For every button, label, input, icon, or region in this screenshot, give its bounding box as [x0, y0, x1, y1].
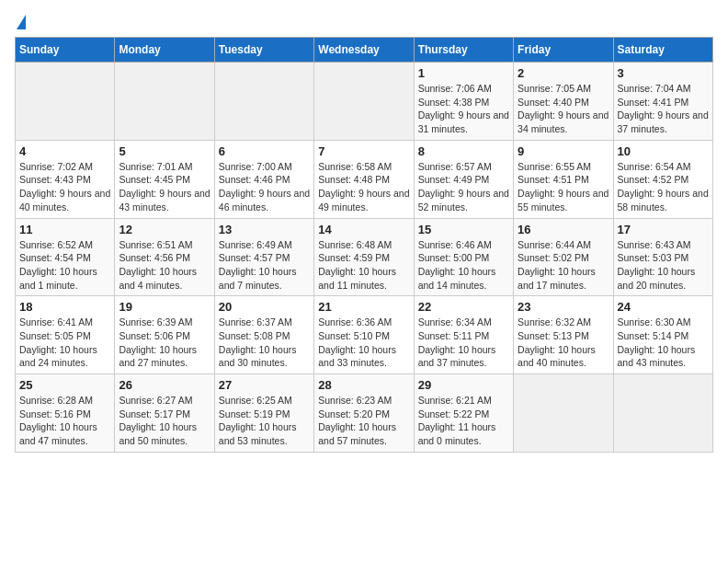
day-number: 22 — [418, 300, 509, 314]
calendar-cell: 24Sunrise: 6:30 AMSunset: 5:14 PMDayligh… — [613, 296, 712, 374]
day-info: Sunrise: 6:34 AMSunset: 5:11 PMDaylight:… — [418, 316, 509, 370]
calendar-cell: 23Sunrise: 6:32 AMSunset: 5:13 PMDayligh… — [514, 296, 613, 374]
calendar-cell — [514, 374, 613, 453]
page-header — [15, 15, 713, 29]
day-number: 25 — [19, 378, 110, 392]
calendar-cell: 19Sunrise: 6:39 AMSunset: 5:06 PMDayligh… — [115, 296, 214, 374]
day-number: 6 — [219, 144, 310, 158]
day-number: 15 — [418, 223, 509, 236]
day-number: 1 — [418, 66, 509, 80]
day-info: Sunrise: 7:01 AMSunset: 4:45 PMDaylight:… — [119, 160, 210, 214]
day-info: Sunrise: 6:49 AMSunset: 4:57 PMDaylight:… — [219, 238, 310, 293]
day-info: Sunrise: 6:54 AMSunset: 4:52 PMDaylight:… — [618, 160, 709, 214]
day-info: Sunrise: 6:57 AMSunset: 4:49 PMDaylight:… — [418, 160, 509, 214]
calendar-cell: 15Sunrise: 6:46 AMSunset: 5:00 PMDayligh… — [414, 218, 513, 296]
calendar-cell: 18Sunrise: 6:41 AMSunset: 5:05 PMDayligh… — [16, 296, 115, 374]
weekday-header: Sunday — [16, 38, 115, 63]
calendar-cell: 12Sunrise: 6:51 AMSunset: 4:56 PMDayligh… — [115, 218, 214, 296]
weekday-header: Saturday — [613, 38, 712, 63]
day-info: Sunrise: 6:23 AMSunset: 5:20 PMDaylight:… — [318, 394, 409, 448]
day-number: 11 — [19, 223, 110, 236]
calendar-cell: 3Sunrise: 7:04 AMSunset: 4:41 PMDaylight… — [613, 63, 712, 141]
day-info: Sunrise: 6:30 AMSunset: 5:14 PMDaylight:… — [618, 316, 709, 370]
day-info: Sunrise: 6:44 AMSunset: 5:02 PMDaylight:… — [518, 238, 609, 293]
calendar-cell: 27Sunrise: 6:25 AMSunset: 5:19 PMDayligh… — [214, 374, 313, 453]
day-info: Sunrise: 6:28 AMSunset: 5:16 PMDaylight:… — [19, 394, 110, 448]
calendar-cell: 2Sunrise: 7:05 AMSunset: 4:40 PMDaylight… — [514, 63, 613, 141]
day-info: Sunrise: 6:27 AMSunset: 5:17 PMDaylight:… — [119, 394, 210, 448]
calendar-cell: 10Sunrise: 6:54 AMSunset: 4:52 PMDayligh… — [613, 140, 712, 218]
calendar-cell — [214, 63, 313, 141]
day-info: Sunrise: 6:41 AMSunset: 5:05 PMDaylight:… — [19, 316, 110, 370]
calendar-cell — [613, 374, 712, 453]
weekday-header: Friday — [514, 38, 613, 63]
day-number: 19 — [119, 300, 210, 314]
day-number: 27 — [219, 378, 310, 392]
day-number: 24 — [618, 300, 709, 314]
day-info: Sunrise: 6:46 AMSunset: 5:00 PMDaylight:… — [418, 238, 509, 293]
day-info: Sunrise: 7:00 AMSunset: 4:46 PMDaylight:… — [219, 160, 310, 214]
calendar-cell: 1Sunrise: 7:06 AMSunset: 4:38 PMDaylight… — [414, 63, 513, 141]
calendar-cell: 29Sunrise: 6:21 AMSunset: 5:22 PMDayligh… — [414, 374, 513, 453]
day-info: Sunrise: 6:37 AMSunset: 5:08 PMDaylight:… — [219, 316, 310, 370]
calendar-cell: 5Sunrise: 7:01 AMSunset: 4:45 PMDaylight… — [115, 140, 214, 218]
calendar-week-row: 25Sunrise: 6:28 AMSunset: 5:16 PMDayligh… — [16, 374, 713, 453]
weekday-header: Wednesday — [314, 38, 414, 63]
calendar-cell: 20Sunrise: 6:37 AMSunset: 5:08 PMDayligh… — [214, 296, 313, 374]
day-number: 3 — [618, 66, 709, 80]
day-info: Sunrise: 7:02 AMSunset: 4:43 PMDaylight:… — [19, 160, 110, 214]
day-number: 7 — [318, 144, 409, 158]
day-info: Sunrise: 6:55 AMSunset: 4:51 PMDaylight:… — [518, 160, 609, 214]
day-info: Sunrise: 6:25 AMSunset: 5:19 PMDaylight:… — [219, 394, 310, 448]
calendar-cell: 26Sunrise: 6:27 AMSunset: 5:17 PMDayligh… — [115, 374, 214, 453]
weekday-header: Thursday — [414, 38, 513, 63]
calendar-week-row: 11Sunrise: 6:52 AMSunset: 4:54 PMDayligh… — [16, 218, 713, 296]
calendar-cell: 4Sunrise: 7:02 AMSunset: 4:43 PMDaylight… — [16, 140, 115, 218]
day-number: 8 — [418, 144, 509, 158]
day-info: Sunrise: 6:32 AMSunset: 5:13 PMDaylight:… — [518, 316, 609, 370]
calendar-week-row: 1Sunrise: 7:06 AMSunset: 4:38 PMDaylight… — [16, 63, 713, 141]
calendar-cell: 13Sunrise: 6:49 AMSunset: 4:57 PMDayligh… — [214, 218, 313, 296]
calendar-cell: 28Sunrise: 6:23 AMSunset: 5:20 PMDayligh… — [314, 374, 414, 453]
logo-triangle-icon — [17, 15, 26, 29]
calendar-cell: 9Sunrise: 6:55 AMSunset: 4:51 PMDaylight… — [514, 140, 613, 218]
calendar-week-row: 4Sunrise: 7:02 AMSunset: 4:43 PMDaylight… — [16, 140, 713, 218]
day-number: 26 — [119, 378, 210, 392]
calendar-cell: 8Sunrise: 6:57 AMSunset: 4:49 PMDaylight… — [414, 140, 513, 218]
day-number: 2 — [518, 66, 609, 80]
day-number: 12 — [119, 223, 210, 236]
day-number: 10 — [618, 144, 709, 158]
day-info: Sunrise: 7:06 AMSunset: 4:38 PMDaylight:… — [418, 82, 509, 136]
day-number: 16 — [518, 223, 609, 236]
calendar-cell: 14Sunrise: 6:48 AMSunset: 4:59 PMDayligh… — [314, 218, 414, 296]
day-info: Sunrise: 6:43 AMSunset: 5:03 PMDaylight:… — [618, 238, 709, 293]
logo — [15, 15, 26, 29]
day-number: 29 — [418, 378, 509, 392]
calendar-week-row: 18Sunrise: 6:41 AMSunset: 5:05 PMDayligh… — [16, 296, 713, 374]
weekday-header: Monday — [115, 38, 214, 63]
day-number: 21 — [318, 300, 409, 314]
calendar-cell — [314, 63, 414, 141]
day-info: Sunrise: 6:36 AMSunset: 5:10 PMDaylight:… — [318, 316, 409, 370]
day-number: 17 — [618, 223, 709, 236]
day-number: 13 — [219, 223, 310, 236]
day-info: Sunrise: 6:52 AMSunset: 4:54 PMDaylight:… — [19, 238, 110, 293]
day-info: Sunrise: 7:04 AMSunset: 4:41 PMDaylight:… — [618, 82, 709, 136]
day-info: Sunrise: 6:48 AMSunset: 4:59 PMDaylight:… — [318, 238, 409, 293]
day-info: Sunrise: 6:51 AMSunset: 4:56 PMDaylight:… — [119, 238, 210, 293]
day-number: 18 — [19, 300, 110, 314]
day-info: Sunrise: 6:21 AMSunset: 5:22 PMDaylight:… — [418, 394, 509, 448]
day-number: 14 — [318, 223, 409, 236]
calendar-header: SundayMondayTuesdayWednesdayThursdayFrid… — [16, 38, 713, 63]
day-number: 20 — [219, 300, 310, 314]
day-info: Sunrise: 6:39 AMSunset: 5:06 PMDaylight:… — [119, 316, 210, 370]
calendar-table: SundayMondayTuesdayWednesdayThursdayFrid… — [15, 37, 713, 453]
calendar-cell: 17Sunrise: 6:43 AMSunset: 5:03 PMDayligh… — [613, 218, 712, 296]
calendar-cell: 7Sunrise: 6:58 AMSunset: 4:48 PMDaylight… — [314, 140, 414, 218]
day-info: Sunrise: 6:58 AMSunset: 4:48 PMDaylight:… — [318, 160, 409, 214]
calendar-cell: 16Sunrise: 6:44 AMSunset: 5:02 PMDayligh… — [514, 218, 613, 296]
day-number: 9 — [518, 144, 609, 158]
day-number: 28 — [318, 378, 409, 392]
calendar-cell: 6Sunrise: 7:00 AMSunset: 4:46 PMDaylight… — [214, 140, 313, 218]
calendar-cell: 25Sunrise: 6:28 AMSunset: 5:16 PMDayligh… — [16, 374, 115, 453]
